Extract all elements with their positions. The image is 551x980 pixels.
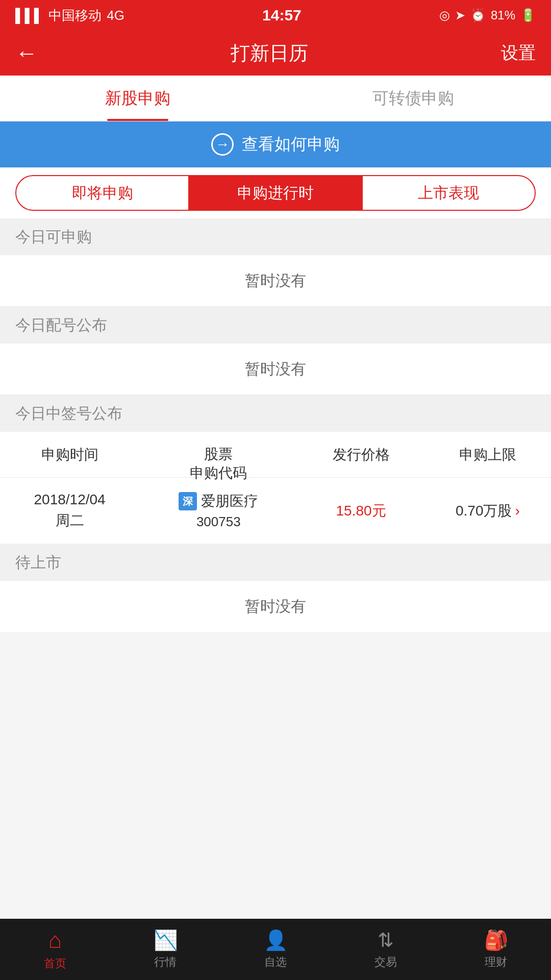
chevron-right-icon: › [515, 503, 519, 519]
nav-item-trade[interactable]: ⇅ 交易 [331, 929, 441, 970]
th-price: 发行价格 [297, 445, 424, 464]
nav-item-home[interactable]: ⌂ 首页 [0, 927, 110, 971]
network-label: 4G [107, 8, 124, 23]
status-bar: ▌▌▌ 中国移动 4G 14:57 ◎ ➤ ⏰ 81% 🔋 [0, 0, 551, 31]
stock-code: 300753 [196, 514, 241, 530]
filter-upcoming[interactable]: 即将申购 [15, 175, 189, 211]
filter-row: 即将申购 申购进行时 上市表现 [0, 167, 551, 218]
tab-convertible[interactable]: 可转债申购 [276, 76, 551, 121]
status-right: ◎ ➤ ⏰ 81% 🔋 [439, 8, 536, 22]
watchlist-icon: 👤 [264, 929, 288, 951]
nav-label-trade: 交易 [374, 954, 397, 970]
empty-state-pending: 暂时没有 [0, 581, 551, 632]
nav-item-market[interactable]: 📉 行情 [110, 929, 220, 970]
tab-row: 新股申购 可转债申购 [0, 76, 551, 121]
nav-label-watchlist: 自选 [264, 954, 287, 970]
settings-button[interactable]: 设置 [501, 41, 536, 65]
nav-bar: ← 打新日历 设置 [0, 31, 551, 76]
page-title: 打新日历 [231, 40, 308, 66]
table-row[interactable]: 2018/12/04 周二 深 爱朋医疗 300753 15.80元 0.70万… [0, 478, 551, 544]
nav-item-wealth[interactable]: 🎒 理财 [441, 929, 551, 970]
section-header-today-lottery: 今日配号公布 [0, 307, 551, 344]
carrier-label: 中国移动 [48, 7, 102, 24]
arrow-icon: ➤ [455, 8, 465, 22]
th-limit: 申购上限 [424, 445, 551, 464]
th-date: 申购时间 [0, 445, 139, 464]
grey-fill [0, 632, 551, 734]
signal-icon: ▌▌▌ [15, 8, 43, 23]
issue-price: 15.80元 [336, 501, 386, 521]
nav-item-watchlist[interactable]: 👤 自选 [220, 929, 331, 970]
banner-text: 查看如何申购 [242, 133, 340, 156]
arrow-circle-icon: → [211, 133, 234, 156]
td-date: 2018/12/04 周二 [0, 492, 139, 530]
empty-state-today-lottery: 暂时没有 [0, 344, 551, 395]
nav-label-wealth: 理财 [485, 954, 507, 970]
location-icon: ◎ [439, 8, 450, 22]
exchange-badge: 深 [179, 492, 197, 510]
how-to-subscribe-banner[interactable]: → 查看如何申购 [0, 121, 551, 167]
filter-listed[interactable]: 上市表现 [362, 175, 536, 211]
battery-icon: 🔋 [520, 8, 536, 22]
bottom-spacer [0, 734, 551, 795]
alarm-icon: ⏰ [470, 8, 486, 22]
table-header: 申购时间 股票申购代码 发行价格 申购上限 [0, 432, 551, 478]
nav-label-home: 首页 [44, 956, 66, 971]
limit-row: 0.70万股 › [456, 501, 520, 521]
market-icon: 📉 [154, 929, 178, 951]
home-icon: ⌂ [48, 927, 62, 953]
filter-ongoing[interactable]: 申购进行时 [189, 175, 361, 211]
td-stock: 深 爱朋医疗 300753 [139, 492, 297, 530]
battery-label: 81% [491, 8, 515, 22]
section-header-pending: 待上市 [0, 544, 551, 581]
status-left: ▌▌▌ 中国移动 4G [15, 7, 124, 24]
th-stock-code: 股票申购代码 [139, 427, 297, 482]
back-button[interactable]: ← [15, 40, 38, 66]
td-limit: 0.70万股 › [424, 501, 551, 521]
tab-new-stock[interactable]: 新股申购 [0, 76, 276, 121]
stock-name: 爱朋医疗 [201, 492, 258, 511]
nav-label-market: 行情 [154, 954, 177, 970]
section-header-today-available: 今日可申购 [0, 218, 551, 255]
bottom-nav: ⌂ 首页 📉 行情 👤 自选 ⇅ 交易 🎒 理财 [0, 919, 551, 980]
trade-icon: ⇅ [378, 929, 394, 951]
wealth-icon: 🎒 [484, 929, 508, 951]
time-label: 14:57 [262, 7, 302, 24]
stock-name-row: 深 爱朋医疗 [179, 492, 258, 511]
empty-state-today-available: 暂时没有 [0, 255, 551, 306]
td-price: 15.80元 [297, 501, 424, 521]
